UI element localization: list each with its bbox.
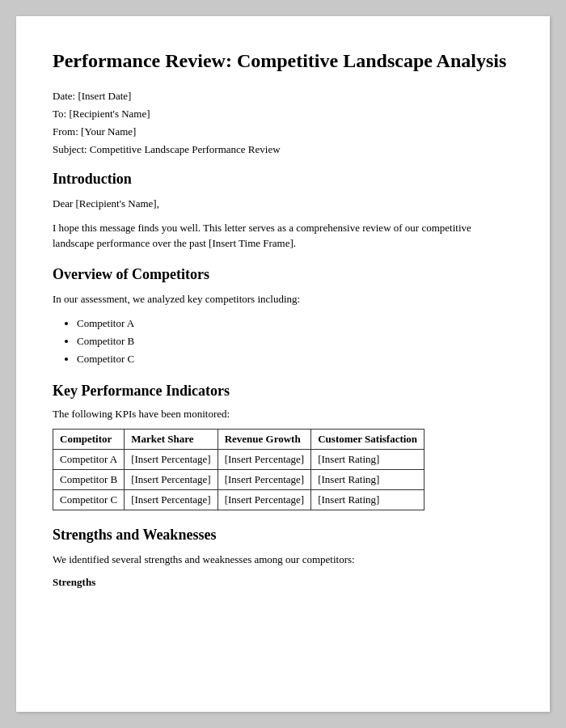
strengths-label: Strengths: [53, 576, 513, 589]
overview-heading: Overview of Competitors: [53, 266, 513, 283]
meta-date: Date: [Insert Date]: [53, 90, 513, 103]
kpi-heading: Key Performance Indicators: [53, 383, 513, 400]
from-value: [Your Name]: [81, 125, 136, 138]
list-item: Competitor A: [77, 315, 513, 332]
cell-revenue-growth-b: [Insert Percentage]: [218, 470, 311, 490]
col-header-revenue-growth: Revenue Growth: [218, 430, 311, 450]
subject-label: Subject:: [53, 143, 87, 155]
cell-competitor-a: Competitor A: [53, 450, 125, 470]
to-label: To:: [53, 108, 66, 120]
cell-satisfaction-b: [Insert Rating]: [311, 470, 424, 490]
cell-revenue-growth-a: [Insert Percentage]: [218, 450, 311, 470]
overview-intro: In our assessment, we analyzed key compe…: [53, 291, 513, 307]
document-page: Performance Review: Competitive Landscap…: [16, 16, 550, 712]
list-item: Competitor C: [77, 350, 513, 368]
meta-subject: Subject: Competitive Landscape Performan…: [53, 143, 513, 156]
document-title: Performance Review: Competitive Landscap…: [53, 49, 513, 74]
cell-competitor-b: Competitor B: [53, 470, 125, 490]
subject-value: Competitive Landscape Performance Review: [90, 143, 281, 155]
introduction-body: I hope this message finds you well. This…: [53, 220, 513, 252]
cell-revenue-growth-c: [Insert Percentage]: [218, 490, 311, 510]
table-header-row: Competitor Market Share Revenue Growth C…: [53, 430, 424, 450]
col-header-competitor: Competitor: [53, 430, 125, 450]
col-header-customer-satisfaction: Customer Satisfaction: [311, 430, 424, 450]
competitor-list: Competitor A Competitor B Competitor C: [77, 315, 513, 368]
cell-market-share-a: [Insert Percentage]: [125, 450, 218, 470]
table-row: Competitor A [Insert Percentage] [Insert…: [53, 450, 424, 470]
cell-satisfaction-a: [Insert Rating]: [311, 450, 424, 470]
cell-competitor-c: Competitor C: [53, 490, 125, 510]
cell-market-share-b: [Insert Percentage]: [125, 470, 218, 490]
list-item: Competitor B: [77, 332, 513, 350]
date-value: [Insert Date]: [78, 90, 131, 102]
from-label: From:: [53, 125, 78, 138]
strengths-weaknesses-heading: Strengths and Weaknesses: [53, 527, 513, 544]
to-value: [Recipient's Name]: [69, 108, 150, 120]
cell-market-share-c: [Insert Percentage]: [125, 490, 218, 510]
salutation: Dear [Recipient's Name],: [53, 196, 513, 212]
date-label: Date:: [53, 90, 75, 102]
meta-from: From: [Your Name]: [53, 125, 513, 138]
strengths-weaknesses-intro: We identified several strengths and weak…: [53, 552, 513, 568]
table-row: Competitor C [Insert Percentage] [Insert…: [53, 490, 424, 510]
col-header-market-share: Market Share: [125, 430, 218, 450]
table-row: Competitor B [Insert Percentage] [Insert…: [53, 470, 424, 490]
kpi-intro: The following KPIs have been monitored:: [53, 408, 513, 421]
cell-satisfaction-c: [Insert Rating]: [311, 490, 424, 510]
kpi-table: Competitor Market Share Revenue Growth C…: [53, 429, 424, 510]
introduction-heading: Introduction: [53, 171, 513, 188]
meta-to: To: [Recipient's Name]: [53, 108, 513, 121]
